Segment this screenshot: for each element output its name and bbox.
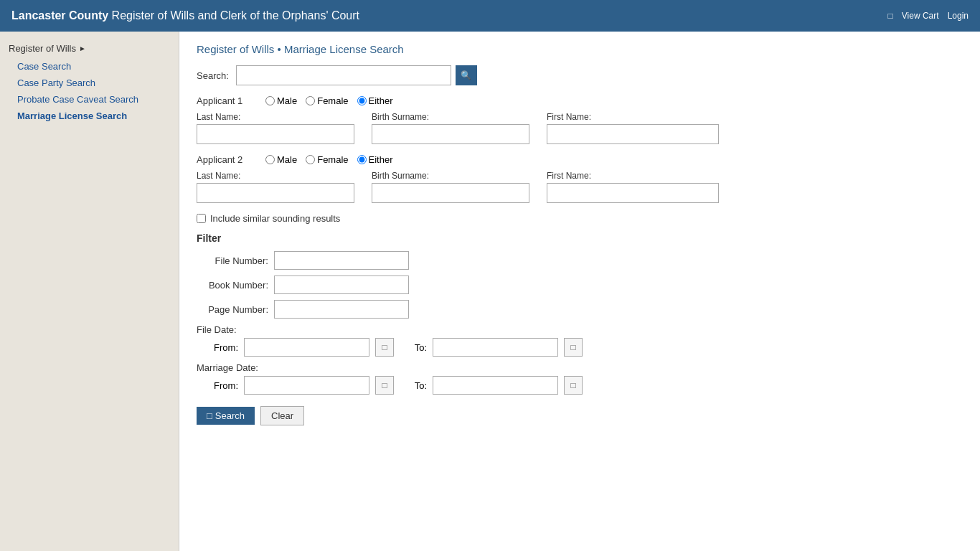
search-label: Search:: [197, 70, 229, 81]
applicant2-header: Applicant 2 Male Female Either: [197, 154, 963, 165]
county-name: Lancaster County: [11, 9, 108, 22]
file-date-to-input[interactable]: [433, 338, 558, 357]
applicant2-lastname-label: Last Name:: [197, 171, 354, 181]
applicant2-label: Applicant 2: [197, 154, 254, 165]
book-number-row: Book Number:: [197, 276, 963, 294]
applicant2-male-radio[interactable]: [265, 155, 275, 164]
applicant1-firstname-group: First Name:: [547, 112, 719, 144]
applicant1-female-radio[interactable]: [306, 96, 315, 105]
applicant1-birthsurname-label: Birth Surname:: [372, 112, 529, 122]
similar-sounds-label: Include similar sounding results: [210, 213, 340, 224]
sidebar: Register of Wills ► Case Search Case Par…: [0, 32, 179, 551]
file-date-label: File Date:: [197, 324, 237, 335]
marriage-date-to-input[interactable]: [433, 376, 558, 395]
similar-sounds-checkbox[interactable]: [197, 214, 206, 223]
layout: Register of Wills ► Case Search Case Par…: [0, 32, 980, 551]
app-title: Lancaster County Register of Wills and C…: [11, 9, 359, 22]
sidebar-item-case-search[interactable]: Case Search: [0, 58, 179, 75]
app-title-rest: Register of Wills and Clerk of the Orpha…: [108, 9, 359, 22]
marriage-date-to-label: To:: [400, 380, 427, 391]
search-input[interactable]: [236, 65, 451, 85]
search-btn-icon: □: [207, 410, 212, 421]
marriage-date-from-input[interactable]: [244, 376, 369, 395]
page-title: Register of Wills • Marriage License Sea…: [197, 43, 963, 55]
applicant2-female-label[interactable]: Female: [306, 154, 348, 165]
applicant1-birthsurname-group: Birth Surname:: [372, 112, 529, 144]
applicant2-firstname-label: First Name:: [547, 171, 719, 181]
view-cart-icon: □: [888, 11, 893, 21]
marriage-date-label: Marriage Date:: [197, 362, 258, 373]
file-number-input[interactable]: [274, 251, 409, 270]
applicant1-birthsurname-input[interactable]: [372, 124, 529, 144]
applicant2-firstname-group: First Name:: [547, 171, 719, 203]
search-button[interactable]: □ Search: [197, 407, 255, 425]
login-link[interactable]: Login: [948, 11, 969, 21]
applicant2-gender-group: Male Female Either: [265, 154, 393, 165]
calendar-icon-4: □: [570, 380, 575, 390]
file-date-from-calendar-button[interactable]: □: [375, 338, 394, 357]
page-number-input[interactable]: [274, 300, 409, 319]
marriage-date-from-label: From:: [211, 380, 238, 391]
file-date-from-label: From:: [211, 342, 238, 353]
applicant2-firstname-input[interactable]: [547, 183, 719, 203]
calendar-icon-2: □: [570, 342, 575, 352]
applicant2-birthsurname-label: Birth Surname:: [372, 171, 529, 181]
search-btn-label: Search: [215, 410, 245, 421]
sidebar-item-probate-caveat-search[interactable]: Probate Case Caveat Search: [0, 91, 179, 108]
applicant2-female-radio[interactable]: [306, 155, 315, 164]
search-row: Search: 🔍: [197, 65, 963, 85]
file-number-label: File Number:: [197, 255, 268, 266]
applicant2-lastname-input[interactable]: [197, 183, 354, 203]
marriage-date-section: Marriage Date: From: □ To: □: [197, 362, 963, 395]
applicant1-firstname-label: First Name:: [547, 112, 719, 122]
applicant1-either-radio[interactable]: [357, 96, 367, 105]
file-date-to-calendar-button[interactable]: □: [564, 338, 583, 357]
file-date-section: File Date: From: □ To: □: [197, 324, 963, 357]
applicant1-either-label[interactable]: Either: [357, 95, 393, 106]
file-date-from-input[interactable]: [244, 338, 369, 357]
main-content: Register of Wills • Marriage License Sea…: [179, 32, 980, 551]
applicant2-birthsurname-input[interactable]: [372, 183, 529, 203]
applicant2-name-fields: Last Name: Birth Surname: First Name:: [197, 171, 963, 203]
view-cart-link[interactable]: View Cart: [902, 11, 939, 21]
applicant1-lastname-group: Last Name:: [197, 112, 354, 144]
sidebar-item-marriage-license-search[interactable]: Marriage License Search: [0, 108, 179, 124]
file-number-row: File Number:: [197, 251, 963, 270]
marriage-date-to-calendar-button[interactable]: □: [564, 376, 583, 395]
applicant1-label: Applicant 1: [197, 95, 254, 106]
applicant1-female-label[interactable]: Female: [306, 95, 348, 106]
applicant2-either-radio[interactable]: [357, 155, 367, 164]
filter-title: Filter: [197, 232, 963, 244]
book-number-input[interactable]: [274, 276, 409, 294]
magnifier-icon: 🔍: [461, 70, 471, 80]
applicant1-header: Applicant 1 Male Female Either: [197, 95, 963, 106]
calendar-icon-3: □: [382, 380, 387, 390]
applicant1-male-label[interactable]: Male: [265, 95, 297, 106]
marriage-date-from-calendar-button[interactable]: □: [375, 376, 394, 395]
marriage-date-label-row: Marriage Date:: [197, 362, 963, 373]
similar-sounds-row: Include similar sounding results: [197, 213, 963, 224]
file-date-to-label: To:: [400, 342, 427, 353]
sidebar-section-label: Register of Wills: [9, 43, 76, 54]
applicant2-birthsurname-group: Birth Surname:: [372, 171, 529, 203]
sidebar-register-of-wills[interactable]: Register of Wills ►: [0, 39, 179, 58]
applicant2-male-label[interactable]: Male: [265, 154, 297, 165]
header-links: □ View Cart Login: [888, 11, 969, 21]
clear-button[interactable]: Clear: [260, 406, 304, 425]
applicant1-lastname-input[interactable]: [197, 124, 354, 144]
applicant1-firstname-input[interactable]: [547, 124, 719, 144]
applicant1-name-fields: Last Name: Birth Surname: First Name:: [197, 112, 963, 144]
sidebar-item-case-party-search[interactable]: Case Party Search: [0, 75, 179, 91]
applicant2-either-label[interactable]: Either: [357, 154, 393, 165]
search-icon-button[interactable]: 🔍: [456, 65, 477, 85]
book-number-label: Book Number:: [197, 280, 268, 291]
applicant1-lastname-label: Last Name:: [197, 112, 354, 122]
calendar-icon-1: □: [382, 342, 387, 352]
marriage-date-row: From: □ To: □: [197, 376, 963, 395]
action-buttons: □ Search Clear: [197, 406, 963, 425]
page-number-row: Page Number:: [197, 300, 963, 319]
applicant1-male-radio[interactable]: [265, 96, 275, 105]
file-date-row: From: □ To: □: [197, 338, 963, 357]
page-number-label: Page Number:: [197, 304, 268, 315]
header: Lancaster County Register of Wills and C…: [0, 0, 980, 32]
